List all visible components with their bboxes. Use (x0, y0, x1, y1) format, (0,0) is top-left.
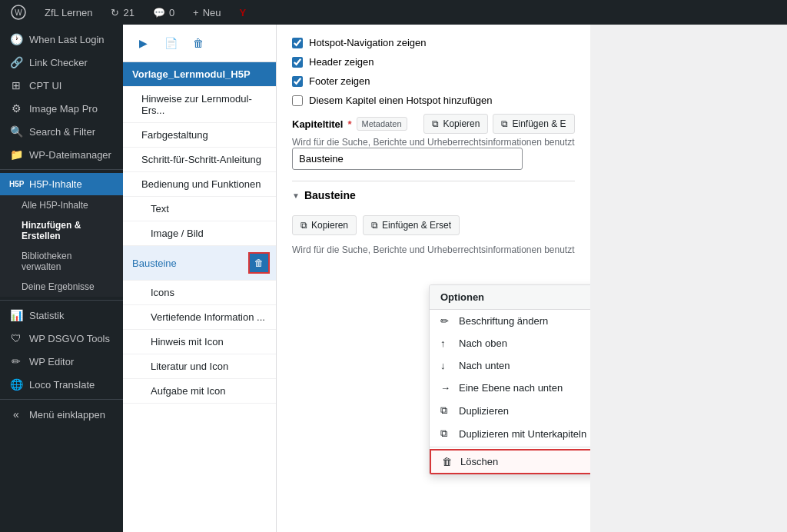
context-menu-item-nach-oben[interactable]: ↑ Nach oben (430, 332, 590, 354)
nav-item-bedienung[interactable]: Bedienung und Funktionen (123, 172, 276, 197)
right-icon: → (440, 382, 453, 394)
sidebar-item-link-checker[interactable]: 🔗 Link Checker (0, 51, 123, 74)
hotspot-chapter-checkbox[interactable] (292, 95, 303, 106)
sidebar-item-statistik[interactable]: 📊 Statistik (0, 304, 123, 327)
svg-text:W: W (15, 8, 22, 17)
section-header[interactable]: ▼ Bausteine (292, 181, 575, 209)
context-menu-item-eine-ebene[interactable]: → Eine Ebene nach unten (430, 377, 590, 399)
file-button[interactable]: 📄 (160, 32, 181, 54)
kapiteltitel-input[interactable] (292, 148, 523, 170)
comments-link[interactable]: 💬 0 (148, 0, 179, 25)
sidebar-item-image-map-pro[interactable]: ⚙ Image Map Pro (0, 97, 123, 120)
sidebar-label: Statistik (29, 310, 65, 321)
kapiteltitel-field: Kapiteltitel * Metadaten ⧉ Kopieren ⧉ Ei… (292, 114, 575, 170)
wp-logo-link[interactable]: W (6, 0, 31, 25)
hotspot-chapter-row: Diesem Kapitel einen Hotspot hinzufügen (292, 95, 575, 106)
sidebar-item-hinzufuegen[interactable]: Hinzufügen & Erstellen (0, 215, 123, 246)
search-icon: 🔍 (9, 125, 23, 138)
footer-checkbox[interactable] (292, 76, 303, 87)
item-label: Nach oben (459, 337, 507, 349)
nav-item-aufgabe-icon[interactable]: Aufgabe mit Icon (123, 379, 276, 404)
collapse-triangle: ▼ (292, 191, 300, 200)
sidebar-item-h5p-inhalte[interactable]: H5P H5P-Inhalte (0, 173, 123, 195)
context-menu-divider (430, 447, 590, 447)
sidebar-item-ergebnisse[interactable]: Deine Ergebnisse (0, 277, 123, 297)
nav-item-icons[interactable]: Icons (123, 281, 276, 305)
sidebar-item-wp-dateimanager[interactable]: 📁 WP-Dateimanager (0, 143, 123, 166)
sidebar-item-wp-dsgvo[interactable]: 🛡 WP DSGVO Tools (0, 327, 123, 350)
comments-count: 0 (169, 7, 174, 18)
grid-icon: ⊞ (9, 79, 23, 91)
section-einfuegen-button[interactable]: ⧉ Einfügen & Erset (363, 215, 460, 235)
nav-item-vorlage[interactable]: Vorlage_Lernmodul_H5P (123, 62, 276, 87)
item-label: Eine Ebene nach unten (459, 382, 563, 394)
section-kopieren-button[interactable]: ⧉ Kopieren (292, 215, 357, 235)
sidebar-item-alle-h5p[interactable]: Alle H5P-Inhalte (0, 195, 123, 215)
nav-item-schritt[interactable]: Schritt-für-Schritt-Anleitung (123, 148, 276, 172)
trash-button[interactable]: 🗑 (188, 32, 209, 54)
section-hint: Wird für die Suche, Berichte und Urheber… (292, 244, 575, 255)
nav-item-label: Vertiefende Information ... (151, 311, 265, 323)
sidebar-item-search-filter[interactable]: 🔍 Search & Filter (0, 120, 123, 143)
sidebar-item-menu-einklappen[interactable]: « Menü einklappen (0, 403, 123, 426)
nav-item-text[interactable]: Text (123, 197, 276, 221)
context-menu-container: Optionen ✏ Beschriftung ändern ↑ Nach ob… (429, 284, 590, 475)
sidebar-item-cpt-ui[interactable]: ⊞ CPT UI (0, 74, 123, 97)
context-menu-item-nach-unten[interactable]: ↓ Nach unten (430, 354, 590, 377)
folder-icon: 📁 (9, 148, 23, 161)
section-action-row: ⧉ Kopieren ⧉ Einfügen & Erset (292, 215, 575, 235)
metadaten-badge[interactable]: Metadaten (357, 117, 407, 131)
sidebar-label: Bibliotheken verwalten (22, 251, 114, 272)
nav-panel: ▶ 📄 🗑 Vorlage_Lernmodul_H5P Hinweise zur… (123, 25, 277, 532)
wp-logo-icon: W (11, 5, 26, 20)
admin-bar: W ZfL Lernen ↻ 21 💬 0 + Neu Y (0, 0, 787, 25)
header-label: Header zeigen (309, 56, 374, 68)
yoast-icon-link[interactable]: Y (235, 0, 251, 25)
sidebar-item-when-last-login[interactable]: 🕐 When Last Login (0, 28, 123, 51)
context-menu-item-duplizieren-unter[interactable]: ⧉ Duplizieren mit Unterkapiteln (430, 422, 590, 445)
nav-item-farbgestaltung[interactable]: Farbgestaltung (123, 123, 276, 148)
sidebar-label: Deine Ergebnisse (22, 281, 95, 292)
sidebar-label: Hinzufügen & Erstellen (22, 220, 114, 241)
item-label: Löschen (460, 456, 498, 467)
item-label: Nach unten (459, 360, 510, 371)
nav-item-vertiefende[interactable]: Vertiefende Information ... (123, 305, 276, 330)
einfuegen-button[interactable]: ⧉ Einfügen & E (493, 114, 574, 134)
site-name-link[interactable]: ZfL Lernen (40, 0, 97, 25)
sidebar: 🕐 When Last Login 🔗 Link Checker ⊞ CPT U… (0, 25, 123, 532)
kapiteltitel-label-row: Kapiteltitel * Metadaten ⧉ Kopieren ⧉ Ei… (292, 114, 575, 134)
context-menu-item-loeschen[interactable]: 🗑 Löschen (430, 449, 590, 474)
nav-item-label: Bausteine (132, 258, 177, 269)
nav-item-hinweise[interactable]: Hinweise zur Lernmodul-Ers... (123, 87, 276, 123)
context-menu-item-beschriftung[interactable]: ✏ Beschriftung ändern (430, 310, 590, 332)
sidebar-item-wp-editor[interactable]: ✏ WP Editor (0, 350, 123, 373)
new-content-link[interactable]: + Neu (188, 0, 225, 25)
section-kopieren-label: Kopieren (311, 220, 348, 231)
footer-row: Footer zeigen (292, 75, 575, 87)
sidebar-label: Alle H5P-Inhalte (22, 200, 88, 211)
pencil-icon: ✏ (9, 355, 23, 367)
nav-item-bausteine[interactable]: Bausteine 🗑 (123, 246, 276, 281)
comment-icon: 💬 (153, 7, 165, 18)
nav-item-hinweis-icon[interactable]: Hinweis mit Icon (123, 330, 276, 354)
required-star: * (347, 118, 351, 130)
context-menu-item-duplizieren[interactable]: ⧉ Duplizieren (430, 399, 590, 422)
options-button[interactable]: 🗑 (248, 252, 270, 274)
sidebar-label: WP DSGVO Tools (29, 333, 110, 344)
sidebar-item-loco-translate[interactable]: 🌐 Loco Translate (0, 373, 123, 396)
sidebar-item-bibliotheken[interactable]: Bibliotheken verwalten (0, 246, 123, 277)
nav-item-literatur-icon[interactable]: Literatur und Icon (123, 354, 276, 379)
hotspot-nav-label: Hotspot-Navigation zeigen (309, 37, 426, 48)
header-checkbox[interactable] (292, 57, 303, 68)
content-area: ▶ 📄 🗑 Vorlage_Lernmodul_H5P Hinweise zur… (123, 25, 590, 532)
updates-link[interactable]: ↻ 21 (106, 0, 138, 25)
section-einfuegen-label: Einfügen & Erset (382, 220, 451, 231)
kopieren-button[interactable]: ⧉ Kopieren (423, 114, 488, 134)
nav-item-label: Vorlage_Lernmodul_H5P (132, 68, 251, 80)
kapiteltitel-label: Kapiteltitel (292, 118, 343, 130)
hotspot-chapter-label: Diesem Kapitel einen Hotspot hinzufügen (309, 95, 492, 106)
nav-item-image-bild[interactable]: Image / Bild (123, 221, 276, 246)
hotspot-nav-checkbox[interactable] (292, 38, 303, 48)
play-button[interactable]: ▶ (132, 32, 154, 54)
kopieren-label: Kopieren (443, 118, 480, 129)
